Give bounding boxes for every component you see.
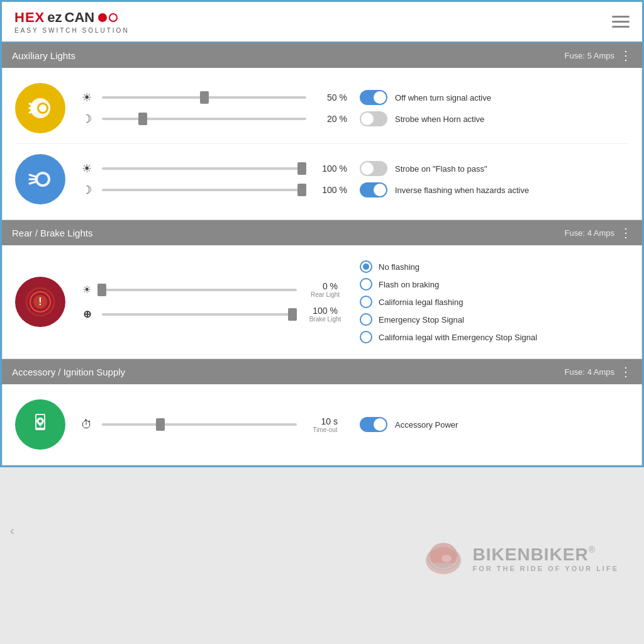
rear-light-value: 0 % (303, 281, 338, 291)
logo-ez: ez (47, 9, 62, 26)
horn-label: Strobe when Horn active (395, 114, 484, 124)
rear-controls: No flashing Flash on braking California … (360, 260, 629, 343)
blue-night-slider-thumb[interactable] (297, 184, 306, 196)
rear-group: ! ☀ 0 % (15, 255, 629, 348)
rear-sliders: ☀ 0 % Rear Light (78, 281, 347, 323)
night-slider-thumb[interactable] (138, 113, 147, 125)
california-radio[interactable] (360, 296, 372, 308)
logo-dot-filled (98, 13, 107, 22)
left-arrow-icon[interactable]: ‹ (10, 523, 14, 538)
logo-dot-outline (109, 13, 118, 22)
flash-braking-radio[interactable] (360, 278, 372, 291)
timeout-value-area: 10 s Time-out (303, 416, 347, 433)
radio-california-emergency: California legal with Emergency Stop Sig… (360, 331, 629, 343)
logo-can: CAN (65, 9, 95, 26)
timeout-slider-track[interactable] (102, 418, 297, 431)
auxiliary-title: Auxiliary Lights (12, 50, 75, 61)
radio-california: California legal flashing (360, 296, 629, 308)
accessory-header: Accessory / Ignition Supply Fuse: 4 Amps… (2, 359, 642, 384)
emergency-stop-radio[interactable] (360, 313, 372, 326)
night-slider-value: 20 % (313, 114, 347, 124)
blue-night-value: 100 % (313, 185, 347, 195)
inverse-flash-toggle[interactable] (360, 182, 387, 197)
day-slider-track[interactable] (102, 91, 306, 104)
accessory-sliders: ⏱ 10 s Time-out (78, 416, 347, 433)
blue-day-slider-track[interactable] (102, 162, 306, 175)
blue-night-slider-track[interactable] (102, 184, 306, 196)
timeout-sublabel: Time-out (303, 426, 347, 433)
moon-icon-2: ☽ (78, 183, 96, 197)
rear-more-button[interactable]: ⋮ (619, 225, 632, 240)
radio-emergency-stop: Emergency Stop Signal (360, 313, 629, 326)
accessory-power-label: Accessory Power (395, 420, 458, 430)
flash-to-pass-knob (361, 162, 374, 175)
california-emergency-radio[interactable] (360, 331, 372, 343)
auxiliary-header-right: Fuse: 5 Amps ⋮ (565, 48, 632, 63)
sun-icon-3: ☀ (78, 284, 96, 296)
horn-toggle[interactable] (360, 111, 387, 126)
flash-braking-label: Flash on braking (379, 280, 439, 289)
brake-slider-track[interactable] (102, 308, 297, 321)
rear-slider-brake: ⊕ 100 % Brake Light (78, 306, 347, 323)
clock-icon: ⏱ (78, 418, 96, 431)
accessory-controls: Accessory Power (360, 417, 629, 432)
accessory-more-button[interactable]: ⋮ (619, 364, 632, 379)
turn-signal-toggle[interactable] (360, 90, 387, 105)
svg-point-5 (39, 104, 47, 112)
rear-light-slider-thumb[interactable] (97, 284, 106, 296)
flash-to-pass-toggle[interactable] (360, 161, 387, 176)
turn-signal-knob (374, 91, 386, 104)
svg-text:!: ! (38, 296, 42, 307)
blue-day-value: 100 % (313, 164, 347, 174)
accessory-title: Accessory / Ignition Supply (12, 367, 125, 377)
menu-button[interactable] (612, 16, 630, 28)
yellow-sliders: ☀ 50 % ☽ (78, 91, 347, 126)
day-slider-thumb[interactable] (200, 91, 209, 104)
sun-icon: ☀ (78, 91, 96, 104)
sun-icon-2: ☀ (78, 162, 96, 175)
brake-value: 100 % (303, 306, 338, 316)
bottom-area: ‹ BIKENBIKER ® FOR THE RIDE OF YOUR LIFE (0, 467, 644, 593)
moon-icon: ☽ (78, 112, 96, 126)
timeout-value: 10 s (303, 416, 338, 426)
logo: HEX ez CAN EASY SWITCH SOLUTION (14, 9, 130, 34)
green-icon (15, 399, 65, 450)
registered-mark: ® (589, 545, 595, 555)
svg-line-8 (30, 182, 36, 184)
svg-point-17 (40, 428, 42, 430)
aux-group-yellow: ☀ 50 % ☽ (15, 78, 629, 138)
logo-subtitle: EASY SWITCH SOLUTION (14, 27, 130, 34)
night-slider-track[interactable] (102, 113, 306, 125)
accessory-power-toggle[interactable] (360, 417, 387, 432)
blue-sliders: ☀ 100 % ☽ (78, 162, 347, 197)
emergency-stop-label: Emergency Stop Signal (379, 315, 464, 325)
turn-signal-label: Off when turn signal active (395, 93, 491, 103)
blue-slider-day: ☀ 100 % (78, 162, 347, 175)
svg-point-23 (441, 555, 452, 562)
auxiliary-more-button[interactable]: ⋮ (619, 48, 632, 63)
accessory-content: ⏱ 10 s Time-out (2, 384, 642, 465)
no-flashing-label: No flashing (379, 262, 419, 272)
accessory-group: ⏱ 10 s Time-out (15, 394, 629, 455)
brake-slider-thumb[interactable] (288, 308, 297, 321)
inverse-flash-label: Inverse flashing when hazards active (395, 186, 529, 195)
brake-sublabel: Brake Light (303, 316, 347, 323)
blue-day-slider-thumb[interactable] (297, 162, 306, 175)
brake-icon: ⊕ (78, 308, 96, 320)
no-flashing-radio[interactable] (360, 260, 372, 273)
california-label: California legal flashing (379, 297, 463, 307)
red-light-icon: ! (15, 277, 65, 327)
svg-point-10 (38, 174, 48, 184)
svg-line-6 (30, 175, 36, 177)
flash-to-pass-label: Strobe on "Flash to pass" (395, 164, 487, 174)
accessory-header-right: Fuse: 4 Amps ⋮ (565, 364, 632, 379)
menu-line-3 (612, 26, 630, 28)
svg-point-19 (39, 419, 42, 423)
bikenbiker-tagline: FOR THE RIDE OF YOUR LIFE (473, 565, 619, 572)
rear-header-right: Fuse: 4 Amps ⋮ (565, 225, 632, 240)
auxiliary-header: Auxiliary Lights Fuse: 5 Amps ⋮ (2, 43, 642, 68)
rear-content: ! ☀ 0 % (2, 245, 642, 359)
rear-section: Rear / Brake Lights Fuse: 4 Amps ⋮ ! (2, 220, 642, 359)
rear-light-slider-track[interactable] (102, 284, 297, 296)
timeout-slider-thumb[interactable] (156, 418, 165, 431)
